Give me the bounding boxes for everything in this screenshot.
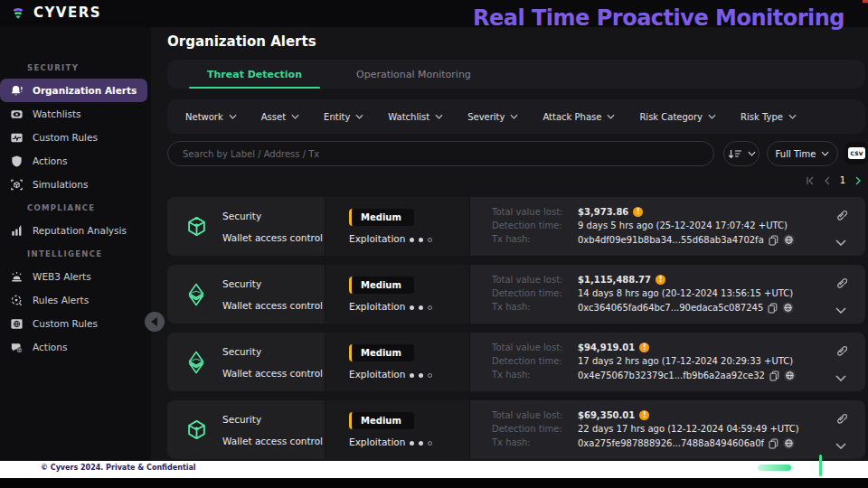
sidebar-item-actions-security[interactable]: Actions [0, 149, 151, 173]
next-page-icon[interactable] [854, 176, 863, 185]
phase-dot-filled [419, 305, 423, 310]
chevron-down-icon [821, 151, 829, 156]
link-icon[interactable] [835, 209, 847, 221]
alert-row-details: Total value lost: $69,350.01 ! Detection… [470, 400, 816, 459]
pulse-chart-icon [10, 131, 24, 145]
link-icon[interactable] [835, 412, 847, 424]
explorer-globe-icon[interactable] [783, 437, 795, 449]
expand-chevron-icon[interactable] [835, 443, 846, 449]
sidebar-item-label: Organization Alerts [33, 85, 137, 96]
filter-dropdown[interactable]: Attack Phase [542, 112, 615, 122]
slide-headline: Real Time Proactive Monitoring [473, 5, 844, 31]
total-value-lost-label: Total value lost: [492, 207, 578, 217]
expand-chevron-icon[interactable] [835, 307, 846, 314]
time-range-dropdown[interactable]: Full Time [767, 141, 838, 166]
sidebar-collapse-button[interactable] [145, 312, 165, 332]
severity-badge: Medium [349, 344, 414, 361]
filter-dropdown[interactable]: Network [185, 112, 237, 122]
sidebar-item-watchlists[interactable]: Watchlists [0, 102, 151, 126]
filter-dropdown[interactable]: Entity [324, 112, 363, 122]
filter-label: Attack Phase [542, 112, 601, 122]
eye-icon [10, 108, 24, 121]
current-page-number[interactable]: 1 [840, 175, 845, 185]
cyvers-logo[interactable]: CYVERS [9, 4, 101, 22]
filter-label: Watchlist [388, 112, 429, 122]
phase-dot-empty [428, 238, 432, 242]
sidebar-item-custom-rules-intelligence[interactable]: Custom Rules [0, 312, 151, 335]
tab-bar: Threat Detection Operational Monitoring [167, 60, 865, 89]
first-page-icon[interactable] [806, 176, 815, 185]
filter-label: Network [185, 112, 223, 122]
explorer-globe-icon[interactable] [782, 302, 794, 314]
filter-dropdown[interactable]: Severity [467, 112, 518, 122]
filter-label: Risk Type [741, 112, 783, 122]
expand-chevron-icon[interactable] [835, 375, 846, 381]
alert-type: Wallet access control [222, 436, 323, 446]
filter-dropdown[interactable]: Risk Type [741, 112, 797, 122]
alert-row-actions [816, 333, 865, 391]
pagination: 1 [806, 175, 863, 185]
sidebar-item-reputation-analysis[interactable]: Reputation Analysis [0, 219, 151, 242]
explorer-globe-icon[interactable] [783, 234, 795, 246]
sidebar-item-label: Actions [33, 155, 67, 166]
copy-icon[interactable] [769, 438, 778, 449]
copy-icon[interactable] [768, 303, 778, 314]
alert-category: Security [222, 278, 323, 289]
sidebar-item-label: Custom Rules [33, 318, 98, 329]
sort-button[interactable] [723, 141, 760, 166]
sidebar-item-actions-intelligence[interactable]: Actions [0, 335, 151, 359]
copy-icon[interactable] [769, 371, 779, 381]
sidebar-item-web3-alerts[interactable]: WEB3 Alerts [0, 265, 151, 288]
prev-page-icon[interactable] [823, 176, 832, 185]
attack-phase-label: Exploitation [349, 436, 405, 447]
phase-dot-empty [428, 373, 432, 378]
chevron-down-icon [607, 114, 615, 119]
total-value-lost-label: Total value lost: [492, 275, 578, 285]
tab-operational-monitoring[interactable]: Operational Monitoring [329, 60, 498, 89]
detection-time-value: 22 days 17 hrs ago (12-12-2024 04:59:49 … [578, 424, 816, 434]
warning-icon: ! [633, 207, 643, 217]
expand-chevron-icon[interactable] [835, 239, 846, 246]
tx-hash-value: 0xb4df09e91b8ba34...55d68ab3a4702fa [578, 235, 764, 245]
detection-time-label: Detection time: [492, 221, 578, 230]
link-icon[interactable] [835, 344, 847, 356]
alert-type: Wallet access control [222, 232, 323, 243]
tab-threat-detection[interactable]: Threat Detection [180, 60, 329, 89]
chevron-down-icon [291, 114, 299, 119]
filter-label: Asset [261, 112, 286, 122]
phase-dot-filled [410, 238, 414, 242]
alert-row[interactable]: Security Wallet access control Medium Ex… [167, 197, 865, 256]
chain-icon-wrap [185, 351, 207, 374]
alert-row[interactable]: Security Wallet access control Medium Ex… [167, 333, 865, 391]
detection-time-label: Detection time: [492, 424, 578, 434]
alert-row-severity: Medium Exploitation [326, 197, 470, 256]
filter-dropdown[interactable]: Risk Category [639, 112, 716, 122]
link-icon[interactable] [835, 277, 847, 288]
tx-hash-label: Tx hash: [492, 234, 578, 246]
alert-row-actions [816, 197, 865, 256]
tx-hash-value: 0xc364065fad64bc7...90edaca5c087245 [578, 303, 763, 313]
bell-alert-icon [10, 84, 24, 98]
search-input[interactable] [167, 141, 714, 166]
tab-label: Operational Monitoring [356, 69, 471, 80]
sort-icon [728, 149, 742, 159]
alert-row[interactable]: Security Wallet access control Medium Ex… [167, 400, 865, 459]
total-value-lost-value: $1,115,488.77 [578, 275, 651, 285]
explorer-globe-icon[interactable] [784, 370, 796, 381]
filter-dropdown[interactable]: Asset [261, 112, 299, 122]
sidebar-item-simulations[interactable]: Simulations [0, 173, 151, 196]
alert-row[interactable]: Security Wallet access control Medium Ex… [167, 265, 865, 324]
chevron-down-icon [355, 114, 363, 119]
alert-category: Security [222, 211, 323, 221]
alert-category: Security [222, 346, 323, 357]
decoration-green-pill [758, 465, 791, 471]
chevron-down-icon [435, 114, 443, 119]
sidebar-item-custom-rules-security[interactable]: Custom Rules [0, 126, 151, 149]
warning-icon: ! [656, 275, 665, 285]
copy-icon[interactable] [769, 235, 778, 246]
sidebar-item-organization-alerts[interactable]: Organization Alerts [0, 79, 147, 102]
export-csv-button[interactable]: CSV [845, 142, 868, 164]
filter-dropdown[interactable]: Watchlist [388, 112, 443, 122]
radar-scan-icon [10, 294, 24, 307]
sidebar-item-rules-alerts[interactable]: Rules Alerts [0, 288, 151, 312]
